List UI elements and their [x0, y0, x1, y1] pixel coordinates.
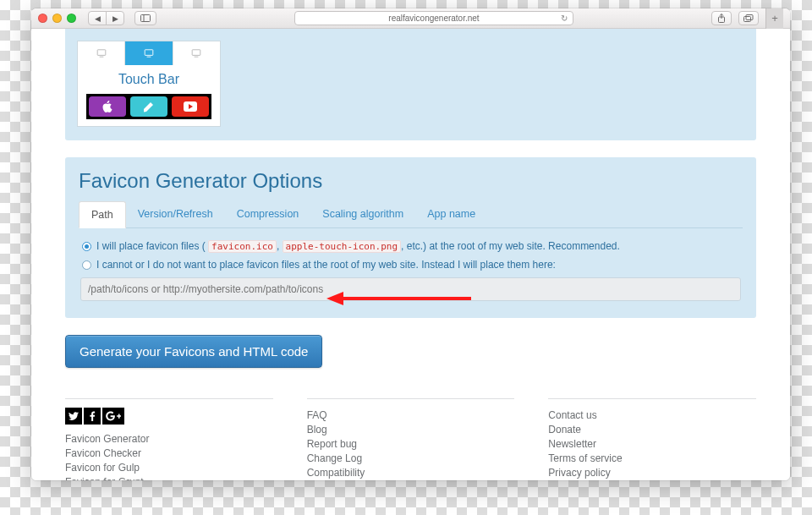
radio-root-label: I will place favicon files ( favicon.ico… — [96, 240, 620, 252]
options-panel: Favicon Generator Options Path Version/R… — [65, 157, 756, 318]
maximize-window-button[interactable] — [67, 14, 76, 23]
generate-button[interactable]: Generate your Favicons and HTML code — [65, 335, 322, 368]
touchbar-variant-3[interactable] — [173, 41, 220, 65]
footer-link[interactable]: Newsletter — [548, 436, 756, 451]
tab-version-refresh[interactable]: Version/Refresh — [126, 201, 225, 227]
footer-link[interactable]: Extensions — [307, 479, 515, 480]
footer-link[interactable]: Favicon for Gulp — [65, 460, 273, 474]
page-body: Touch Bar Favicon Generator Options Pa — [31, 29, 790, 480]
footer-link[interactable]: Cookies — [548, 479, 756, 480]
svg-rect-10 — [193, 50, 201, 56]
footer-link[interactable]: Donate — [548, 422, 756, 436]
new-tab-button[interactable]: + — [765, 8, 783, 29]
sidebar-button[interactable] — [134, 11, 156, 25]
custom-path-input[interactable] — [80, 277, 741, 301]
footer-link[interactable]: Terms of service — [548, 451, 756, 465]
path-tab-content: I will place favicon files ( favicon.ico… — [79, 228, 743, 303]
tab-compression[interactable]: Compression — [225, 201, 311, 227]
footer-col-3: Contact us Donate Newsletter Terms of se… — [548, 398, 756, 480]
footer: Favicon Generator Favicon Checker Favico… — [65, 398, 756, 480]
footer-col-1: Favicon Generator Favicon Checker Favico… — [65, 398, 273, 480]
back-button[interactable]: ◀ — [88, 11, 107, 25]
footer-link[interactable]: Favicon for Grunt — [65, 474, 273, 480]
options-title: Favicon Generator Options — [79, 169, 743, 193]
svg-rect-4 — [744, 17, 751, 22]
footer-col-2: FAQ Blog Report bug Change Log Compatibi… — [307, 398, 515, 480]
footer-link[interactable]: Report bug — [307, 436, 515, 451]
tab-path[interactable]: Path — [79, 201, 126, 228]
facebook-icon[interactable] — [84, 408, 101, 425]
preview-panel: Touch Bar — [65, 29, 756, 140]
touchbar-dock — [86, 94, 211, 119]
svg-rect-0 — [141, 15, 151, 22]
footer-link[interactable]: FAQ — [307, 408, 515, 422]
close-window-button[interactable] — [38, 14, 47, 23]
touchbar-title: Touch Bar — [78, 65, 220, 94]
touchbar-variant-2[interactable] — [125, 41, 173, 65]
footer-link[interactable]: Change Log — [307, 451, 515, 465]
twitter-icon[interactable] — [65, 408, 82, 425]
url-text: realfavicongenerator.net — [388, 14, 479, 23]
tab-scaling[interactable]: Scaling algorithm — [310, 201, 415, 227]
footer-link[interactable]: Favicon Generator — [65, 431, 273, 446]
google-plus-icon[interactable] — [102, 408, 124, 425]
browser-window: ◀ ▶ realfavicongenerator.net ↻ + — [31, 8, 790, 480]
svg-rect-5 — [746, 15, 753, 20]
radio-icon — [82, 260, 91, 270]
radio-icon — [82, 242, 91, 251]
footer-link[interactable]: Favicon Checker — [65, 446, 273, 460]
touchbar-card-tabs — [78, 41, 220, 65]
radio-root-path[interactable]: I will place favicon files ( favicon.ico… — [80, 237, 741, 255]
pencil-icon — [130, 96, 167, 117]
address-bar[interactable]: realfavicongenerator.net ↻ — [294, 11, 573, 25]
apple-icon — [89, 96, 126, 117]
youtube-icon — [172, 96, 209, 117]
titlebar: ◀ ▶ realfavicongenerator.net ↻ + — [31, 8, 790, 29]
minimize-window-button[interactable] — [52, 14, 62, 23]
radio-custom-label: I cannot or I do not want to place favic… — [96, 259, 556, 271]
touchbar-variant-1[interactable] — [78, 41, 125, 65]
tab-app-name[interactable]: App name — [415, 201, 487, 227]
radio-custom-path[interactable]: I cannot or I do not want to place favic… — [80, 255, 741, 274]
reload-icon[interactable]: ↻ — [561, 14, 568, 23]
footer-link[interactable]: Compatibility — [307, 465, 515, 479]
options-tabs: Path Version/Refresh Compression Scaling… — [79, 201, 743, 228]
share-button[interactable] — [711, 11, 732, 25]
footer-link[interactable]: Blog — [307, 422, 515, 436]
footer-link[interactable]: Contact us — [548, 408, 756, 422]
svg-rect-6 — [97, 50, 106, 56]
forward-button[interactable]: ▶ — [106, 11, 124, 25]
touchbar-card: Touch Bar — [77, 41, 221, 127]
footer-link[interactable]: Privacy policy — [548, 465, 756, 479]
social-icons — [65, 408, 273, 425]
svg-rect-8 — [145, 50, 153, 56]
tabs-button[interactable] — [738, 11, 759, 25]
